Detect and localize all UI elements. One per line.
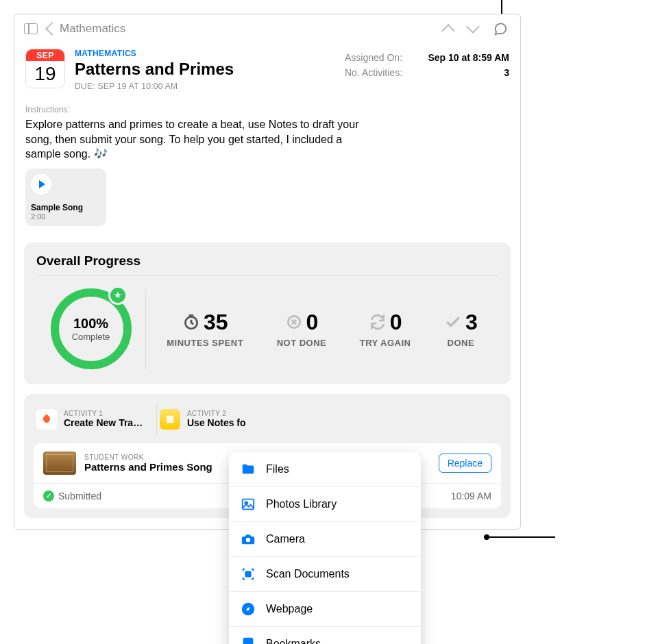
garageband-icon <box>36 409 57 430</box>
attachment-duration: 2:00 <box>31 212 101 221</box>
attach-source-popover: Files Photos Library Camera Scan Documen… <box>229 452 421 644</box>
activities-row: ACTIVITY 1 Create New Tra… ACTIVITY 2 Us… <box>34 404 501 435</box>
stat-notdone: 0 NOT DONE <box>277 310 327 348</box>
clock-icon <box>182 313 200 331</box>
assignment-header: SEP 19 MATHEMATICS Patterns and Primes D… <box>14 42 520 91</box>
popover-label: Photos Library <box>266 498 337 510</box>
progress-percent-sub: Complete <box>72 332 110 342</box>
meta-label: No. Activities: <box>345 67 402 78</box>
popover-item-files[interactable]: Files <box>229 452 421 486</box>
chat-bubble-icon[interactable] <box>493 21 508 36</box>
notes-icon <box>160 409 180 430</box>
popover-label: Scan Documents <box>266 568 350 580</box>
instructions-text: Explore patterns and primes to create a … <box>14 117 520 169</box>
chevron-up-icon[interactable] <box>441 24 455 38</box>
meta-row-activities: No. Activities: 3 <box>345 65 509 80</box>
activity-item-1[interactable]: ACTIVITY 1 Create New Tra… <box>34 404 157 435</box>
svg-rect-2 <box>167 415 174 423</box>
work-thumbnail <box>43 451 76 475</box>
nav-left: Mathematics <box>24 22 125 36</box>
activity-item-2[interactable]: ACTIVITY 2 Use Notes fo <box>157 404 280 435</box>
meta-value: 3 <box>504 67 509 78</box>
stat-label: TRY AGAIN <box>360 338 411 348</box>
stat-value: 35 <box>204 310 228 335</box>
popover-item-bookmarks[interactable]: Bookmarks <box>229 626 421 644</box>
meta-value: Sep 10 at 8:59 AM <box>428 52 509 63</box>
stat-label: NOT DONE <box>277 338 327 348</box>
progress-circle-wrap: 100% Complete <box>36 288 146 369</box>
svg-point-5 <box>246 538 250 542</box>
popover-item-scan[interactable]: Scan Documents <box>229 556 421 591</box>
attachment-card[interactable]: Sample Song 2:00 <box>25 169 106 226</box>
photo-icon <box>240 496 256 512</box>
compass-icon <box>240 601 256 617</box>
stat-value: 0 <box>390 310 402 335</box>
xcircle-icon <box>285 313 303 331</box>
check-icon <box>444 313 462 331</box>
camera-icon <box>240 531 256 547</box>
category-label: MATHEMATICS <box>75 49 335 58</box>
overall-progress-card: Overall Progress 100% Complete 35 <box>24 243 511 384</box>
popover-label: Files <box>266 463 289 475</box>
back-label: Mathematics <box>60 22 125 36</box>
check-circle-icon <box>43 491 54 501</box>
instructions-label: Instructions: <box>14 91 520 117</box>
meta-label: Assigned On: <box>345 52 402 63</box>
progress-row: 100% Complete 35 MINUTES SPENT <box>36 276 498 369</box>
refresh-icon <box>369 313 387 331</box>
activity-name: Use Notes fo <box>187 417 246 428</box>
meta-box: Assigned On: Sep 10 at 8:59 AM No. Activ… <box>345 49 509 91</box>
chevron-down-icon[interactable] <box>466 20 480 34</box>
stat-done: 3 DONE <box>444 310 478 348</box>
replace-button[interactable]: Replace <box>439 454 491 473</box>
play-icon <box>31 174 51 195</box>
page-title: Patterns and Primes <box>75 60 335 79</box>
chevron-left-icon <box>45 22 59 36</box>
callout-line-replace <box>487 536 555 538</box>
calendar-day: 19 <box>26 61 64 87</box>
stat-label: DONE <box>444 338 478 348</box>
stats-row: 35 MINUTES SPENT 0 NOT DONE 0 <box>146 310 498 348</box>
scan-icon <box>240 566 256 582</box>
meta-row-assigned: Assigned On: Sep 10 at 8:59 AM <box>345 50 509 65</box>
title-area: MATHEMATICS Patterns and Primes DUE: SEP… <box>75 49 335 91</box>
popover-label: Camera <box>266 533 305 545</box>
progress-circle: 100% Complete <box>51 288 132 369</box>
popover-label: Webpage <box>266 603 313 615</box>
navbar: Mathematics <box>14 14 520 42</box>
attachment-title: Sample Song <box>31 203 101 212</box>
stat-tryagain: 0 TRY AGAIN <box>360 310 411 348</box>
star-badge-icon <box>108 286 127 305</box>
popover-item-photos[interactable]: Photos Library <box>229 486 421 521</box>
submitted-time: 10:09 AM <box>451 491 491 501</box>
nav-right <box>443 21 511 36</box>
activity-label: ACTIVITY 2 <box>187 410 246 417</box>
stat-value: 3 <box>465 310 478 335</box>
book-icon <box>240 636 256 644</box>
folder-icon <box>240 461 256 478</box>
svg-rect-6 <box>245 571 250 576</box>
submitted-label: Submitted <box>58 491 101 501</box>
stat-label: MINUTES SPENT <box>167 338 243 348</box>
calendar-month: SEP <box>26 49 64 61</box>
popover-item-camera[interactable]: Camera <box>229 521 421 556</box>
popover-label: Bookmarks <box>266 638 321 644</box>
calendar-badge: SEP 19 <box>25 49 65 88</box>
sidebar-toggle-icon[interactable] <box>24 23 38 34</box>
stat-value: 0 <box>306 310 319 335</box>
stat-minutes: 35 MINUTES SPENT <box>167 310 243 348</box>
popover-item-webpage[interactable]: Webpage <box>229 591 421 626</box>
back-button[interactable]: Mathematics <box>47 22 125 36</box>
submitted-status: Submitted <box>43 491 101 501</box>
activity-label: ACTIVITY 1 <box>64 410 143 417</box>
progress-heading: Overall Progress <box>36 253 498 276</box>
due-label: DUE: SEP 19 AT 10:00 AM <box>75 82 335 91</box>
activity-name: Create New Tra… <box>64 417 143 428</box>
progress-percent: 100% <box>73 316 108 332</box>
svg-rect-3 <box>243 499 254 510</box>
